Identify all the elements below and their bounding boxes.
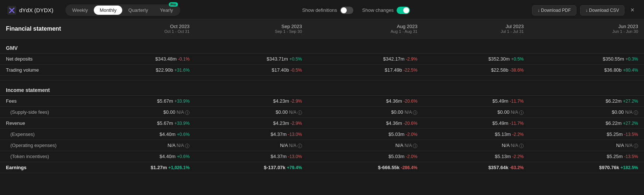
table-row: (Token incentives)$4.40m +0.6%$4.37m -13…	[0, 151, 644, 162]
cell-value: $4.36m -20.6%	[308, 118, 424, 129]
cell-change: N/A	[404, 143, 412, 148]
cell-change: -38.6%	[510, 68, 524, 73]
tab-yearly[interactable]: Yearly	[154, 6, 179, 15]
cell-value: $1.27m +1,026.1%	[81, 162, 195, 173]
cell-amount: N/A	[502, 143, 510, 148]
cell-amount: $970.76k	[599, 165, 619, 170]
table-row: Trading volume$22.90b +31.6%$17.40b -0.5…	[0, 65, 644, 76]
cell-change: -0.5%	[290, 68, 302, 73]
cell-change: -13.5%	[624, 154, 638, 159]
info-icon[interactable]: i	[413, 110, 417, 115]
top-bar: dYdX (DYDX) Pro Weekly Monthly Quarterly…	[0, 0, 644, 19]
cell-value: $17.40b -0.5%	[195, 65, 308, 76]
tab-weekly[interactable]: Weekly	[66, 6, 94, 15]
show-changes-toggle[interactable]	[397, 7, 410, 14]
info-icon[interactable]: i	[298, 110, 302, 115]
cell-value: $357.64k -63.2%	[423, 162, 530, 173]
period-tabs: Pro Weekly Monthly Quarterly Yearly	[65, 4, 180, 16]
cell-amount: $343.48m	[155, 56, 177, 62]
table-row: Net deposits$343.48m -0.1%$343.71m +0.5%…	[0, 54, 644, 65]
col-oct2023: Oct 2023 Oct 1 - Oct 31	[81, 19, 195, 38]
tab-quarterly[interactable]: Quarterly	[122, 6, 154, 15]
cell-value: $36.80b +80.4%	[530, 65, 644, 76]
cell-value: $5.25m -13.5%	[530, 151, 644, 162]
cell-value: $4.23m -2.9%	[195, 96, 308, 107]
cell-value: $5.03m -2.0%	[308, 151, 424, 162]
info-icon[interactable]: i	[634, 110, 638, 115]
cell-change: -2.2%	[512, 154, 524, 159]
cell-change: N/A	[177, 143, 184, 148]
cell-amount: $0.00	[612, 109, 624, 115]
row-label: (Operating expenses)	[0, 140, 81, 151]
col-aug2023: Aug 2023 Aug 1 - Aug 31	[308, 19, 424, 38]
download-csv-button[interactable]: ↓ Download CSV	[580, 5, 625, 16]
cell-value: $0.00 N/Ai	[81, 107, 195, 118]
info-icon[interactable]: i	[298, 144, 302, 148]
table-row: Fees$5.67m +33.9%$4.23m -2.9%$4.36m -20.…	[0, 96, 644, 107]
cell-change: +182.5%	[620, 165, 638, 170]
info-icon[interactable]: i	[519, 110, 524, 115]
cell-change: +0.6%	[177, 132, 189, 137]
cell-value: $5.67m +33.9%	[81, 118, 195, 129]
cell-change: -13.0%	[288, 154, 302, 159]
cell-change: N/A	[625, 110, 633, 115]
cell-change: -2.0%	[406, 132, 417, 137]
row-label: (Token incentives)	[0, 151, 81, 162]
cell-amount: $6.22m	[606, 120, 621, 126]
close-button[interactable]: ×	[628, 6, 637, 14]
cell-value: N/A N/Ai	[308, 140, 424, 151]
show-definitions-toggle[interactable]	[340, 7, 353, 14]
cell-change: +33.9%	[174, 121, 189, 126]
cell-change: +1,026.1%	[168, 165, 190, 170]
cell-value: $5.49m -11.7%	[423, 96, 530, 107]
cell-change: N/A	[511, 143, 518, 148]
cell-value: $343.71m +0.5%	[195, 54, 308, 65]
col-sep2023-range: Sep 1 - Sep 30	[201, 29, 302, 34]
pro-badge: Pro	[169, 2, 178, 7]
cell-amount: $350.55m	[603, 56, 624, 62]
col-jun2023: Jun 2023 Jun 1 - Jun 30	[530, 19, 644, 38]
cell-amount: $22.90b	[156, 67, 173, 73]
row-label: (Supply-side fees)	[0, 107, 81, 118]
cell-amount: $4.40m	[160, 154, 175, 159]
cell-change: -20.6%	[403, 99, 417, 104]
cell-change: -2.2%	[512, 132, 524, 137]
cell-change: -13.0%	[288, 132, 302, 137]
cell-value: $4.37m -13.0%	[195, 151, 308, 162]
cell-change: +0.5%	[511, 57, 524, 62]
info-icon[interactable]: i	[413, 144, 417, 148]
toggle-knob-definitions	[341, 7, 347, 13]
cell-amount: $0.00	[497, 109, 510, 115]
info-icon[interactable]: i	[519, 144, 524, 148]
cell-amount: $4.23m	[273, 120, 289, 126]
toggle-knob-changes	[403, 7, 409, 13]
cell-value: $352.30m +0.5%	[423, 54, 530, 65]
financial-statement-title: Financial statement	[6, 25, 61, 32]
cell-change: N/A	[511, 110, 518, 115]
cell-amount: $343.71m	[267, 56, 288, 62]
section-header-row: Income statement	[0, 81, 644, 96]
info-icon[interactable]: i	[185, 144, 189, 148]
cell-value: $5.49m -11.7%	[423, 118, 530, 129]
info-icon[interactable]: i	[634, 144, 638, 148]
info-icon[interactable]: i	[185, 110, 189, 115]
download-pdf-button[interactable]: ↓ Download PDF	[532, 5, 576, 16]
table-header-label: Financial statement	[0, 19, 81, 38]
cell-change: -0.1%	[178, 57, 189, 62]
cell-value: N/A N/Ai	[81, 140, 195, 151]
cell-amount: $5.67m	[157, 98, 173, 104]
table-header-row: Financial statement Oct 2023 Oct 1 - Oct…	[0, 19, 644, 38]
tab-monthly[interactable]: Monthly	[94, 6, 123, 15]
cell-change: +0.3%	[626, 57, 638, 62]
cell-amount: $357.64k	[488, 165, 508, 170]
cell-value: $342.17m -2.9%	[308, 54, 424, 65]
app-title: dYdX (DYDX)	[19, 7, 54, 13]
row-label: Trading volume	[0, 65, 81, 76]
top-bar-left: dYdX (DYDX) Pro Weekly Monthly Quarterly…	[7, 4, 180, 16]
cell-value: $343.48m -0.1%	[81, 54, 195, 65]
cell-amount: $-666.55k	[378, 165, 400, 170]
cell-amount: $-137.07k	[264, 165, 286, 170]
cell-value: $6.22m +27.2%	[530, 96, 644, 107]
cell-amount: $4.37m	[271, 154, 287, 159]
cell-amount: $36.80b	[604, 67, 621, 73]
